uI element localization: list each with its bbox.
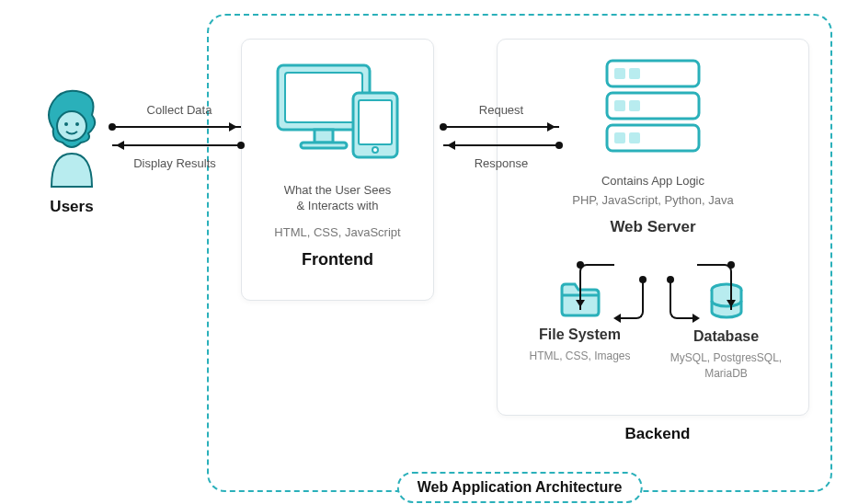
label-collect-data: Collect Data — [133, 103, 225, 117]
frontend-card: What the User Sees & Interacts with HTML… — [241, 39, 434, 301]
svg-rect-6 — [301, 143, 347, 148]
webserver-title: Web Server — [507, 218, 799, 236]
server-icon — [598, 56, 708, 157]
backend-card: Contains App Logic PHP, JavaScript, Pyth… — [497, 39, 809, 416]
arrow-collect-data — [112, 126, 241, 128]
frontend-desc-1: What the User Sees — [251, 183, 424, 197]
svg-rect-11 — [614, 68, 625, 79]
svg-rect-5 — [315, 130, 333, 143]
arrow-request — [443, 126, 559, 128]
svg-rect-18 — [629, 132, 640, 143]
svg-rect-12 — [629, 68, 640, 79]
webserver-tech: PHP, JavaScript, Python, Java — [507, 193, 799, 207]
connector-webserver-to-filesystem — [579, 264, 614, 310]
filesystem-tech: HTML, CSS, Images — [511, 349, 649, 364]
svg-point-2 — [75, 122, 79, 126]
architecture-title-pill: Web Application Architecture — [397, 472, 643, 503]
frontend-title: Frontend — [251, 250, 424, 269]
frontend-tech: HTML, CSS, JavaScript — [251, 225, 424, 239]
label-response: Response — [460, 156, 543, 170]
database-title: Database — [658, 328, 795, 345]
svg-point-1 — [64, 122, 68, 126]
database-tech: MySQL, PostgresSQL, MariaDB — [658, 350, 795, 382]
frontend-desc-2: & Interacts with — [251, 199, 424, 212]
svg-rect-8 — [359, 100, 392, 144]
arrow-response — [443, 144, 559, 146]
svg-rect-14 — [614, 100, 625, 111]
svg-rect-15 — [629, 100, 640, 111]
svg-point-9 — [372, 147, 378, 153]
connector-database-to-webserver — [670, 281, 697, 319]
users-block: Users — [17, 87, 127, 216]
webserver-desc: Contains App Logic — [507, 174, 799, 188]
filesystem-title: File System — [511, 326, 649, 343]
label-request: Request — [460, 103, 543, 117]
svg-rect-4 — [285, 73, 362, 122]
arrow-display-results — [112, 144, 241, 146]
backend-label: Backend — [589, 425, 727, 443]
user-icon — [35, 87, 109, 189]
devices-icon — [269, 56, 406, 166]
connector-webserver-to-database — [697, 264, 732, 310]
svg-rect-17 — [614, 132, 625, 143]
users-label: Users — [17, 198, 127, 216]
svg-point-0 — [57, 111, 86, 141]
label-display-results: Display Results — [129, 156, 221, 170]
connector-filesystem-to-webserver — [616, 281, 644, 319]
architecture-title: Web Application Architecture — [418, 479, 623, 496]
